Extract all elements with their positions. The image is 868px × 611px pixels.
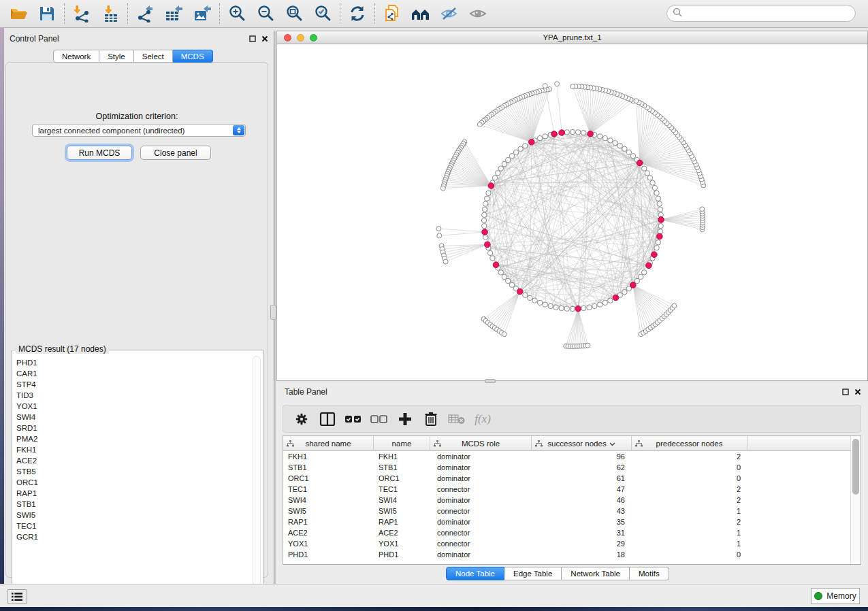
task-history-button[interactable] (7, 589, 27, 604)
mcds-result-item[interactable]: SRD1 (13, 423, 253, 433)
dominator-node[interactable] (575, 306, 581, 312)
column-header-predecessor-nodes[interactable]: predecessor nodes (632, 436, 748, 451)
table-row[interactable]: TEC1TEC1connector472 (283, 484, 851, 495)
close-table-panel-icon[interactable] (854, 388, 861, 397)
vertical-splitter-handle[interactable] (270, 305, 276, 320)
table-row[interactable]: SWI5SWI5connector431 (283, 506, 851, 516)
dominator-node[interactable] (613, 295, 619, 301)
mcds-result-item[interactable]: CAR1 (13, 368, 253, 379)
float-panel-icon[interactable] (249, 35, 256, 44)
tab-node-table[interactable]: Node Table (446, 567, 504, 580)
tab-mcds[interactable]: MCDS (173, 50, 213, 63)
table-row[interactable]: FKH1FKH1dominator962 (283, 451, 851, 462)
tab-network-table[interactable]: Network Table (562, 567, 630, 580)
dominator-node[interactable] (630, 282, 637, 288)
mcds-result-item[interactable]: GCR1 (13, 531, 253, 542)
refresh-view-icon[interactable] (343, 2, 372, 25)
dominator-node[interactable] (529, 139, 535, 146)
zoom-in-icon[interactable] (223, 2, 251, 25)
dominator-node[interactable] (482, 229, 488, 235)
mcds-result-item[interactable]: TEC1 (13, 521, 253, 531)
table-row[interactable]: ACE2ACE2connector311 (283, 527, 851, 538)
close-panel-button[interactable]: Close panel (140, 146, 211, 160)
mcds-result-item[interactable]: STB5 (13, 466, 253, 477)
table-row[interactable]: PHD1PHD1dominator180 (283, 549, 851, 560)
open-session-icon[interactable] (4, 2, 33, 25)
close-panel-icon[interactable] (261, 35, 268, 44)
export-network-icon[interactable] (131, 2, 159, 25)
first-neighbors-icon[interactable] (406, 2, 435, 25)
dominator-node[interactable] (493, 262, 499, 268)
settings-gear-icon[interactable] (290, 408, 313, 430)
dominator-node[interactable] (637, 160, 643, 166)
table-row[interactable]: RAP1RAP1dominator352 (283, 516, 851, 527)
select-all-icon[interactable] (342, 408, 365, 430)
mcds-result-item[interactable]: STP4 (13, 379, 253, 390)
deselect-all-icon[interactable] (368, 408, 391, 430)
mcds-result-item[interactable]: STB1 (13, 499, 253, 510)
network-titlebar[interactable]: YPA_prune.txt_1 (277, 31, 867, 44)
table-row[interactable]: STB1STB1dominator620 (283, 462, 851, 473)
tab-motifs[interactable]: Motifs (630, 567, 669, 580)
mcds-result-item[interactable]: TID3 (13, 390, 253, 401)
mcds-result-item[interactable]: PMA2 (13, 433, 253, 444)
delete-table-icon[interactable] (445, 408, 468, 430)
dominator-node[interactable] (646, 263, 652, 269)
mcds-result-item[interactable]: FKH1 (13, 444, 253, 455)
run-mcds-button[interactable]: Run MCDS (67, 146, 132, 160)
add-row-icon[interactable] (393, 408, 417, 430)
criterion-value: largest connected component (undirected) (38, 127, 184, 135)
tab-network[interactable]: Network (53, 50, 99, 63)
tab-edge-table[interactable]: Edge Table (504, 567, 562, 580)
export-table-icon[interactable] (159, 2, 188, 25)
mcds-result-item[interactable]: SWI4 (13, 412, 253, 423)
dominator-node[interactable] (517, 288, 523, 295)
dominator-node[interactable] (657, 233, 663, 240)
search-input[interactable] (683, 7, 855, 20)
dominator-node[interactable] (559, 130, 565, 136)
dominator-node[interactable] (485, 242, 491, 248)
show-columns-icon[interactable] (316, 408, 339, 430)
function-builder-icon[interactable]: f(x) (471, 408, 494, 430)
save-session-icon[interactable] (33, 2, 61, 25)
mcds-result-item[interactable]: RAP1 (13, 488, 253, 499)
column-header-shared-name[interactable]: shared name (283, 436, 374, 451)
dominator-node[interactable] (588, 131, 594, 137)
export-image-icon[interactable] (188, 2, 216, 25)
hide-selected-icon[interactable] (435, 2, 464, 25)
mcds-result-item[interactable]: ORC1 (13, 477, 253, 488)
zoom-out-icon[interactable] (251, 2, 280, 25)
dominator-node[interactable] (658, 217, 664, 223)
mcds-result-item[interactable]: PHD1 (13, 357, 253, 368)
tab-select[interactable]: Select (134, 50, 173, 63)
mcds-result-item[interactable]: YOX1 (13, 401, 253, 412)
zoom-selected-icon[interactable] (308, 2, 337, 25)
show-all-icon[interactable] (464, 2, 492, 25)
table-row[interactable]: ORC1ORC1dominator610 (283, 473, 851, 484)
mcds-result-item[interactable]: ACE2 (13, 455, 253, 466)
tab-style[interactable]: Style (99, 50, 134, 63)
zoom-fit-icon[interactable] (280, 2, 308, 25)
float-table-panel-icon[interactable] (842, 388, 849, 397)
delete-rows-icon[interactable] (419, 408, 443, 430)
import-table-icon[interactable] (96, 2, 125, 25)
mcds-list-scrollbar[interactable] (253, 356, 261, 597)
import-network-icon[interactable] (67, 2, 96, 25)
column-header-mcds-role[interactable]: MCDS role (430, 436, 532, 451)
table-row[interactable]: YOX1YOX1connector291 (283, 538, 851, 549)
column-header-name[interactable]: name (374, 436, 430, 451)
copy-network-icon[interactable] (378, 2, 406, 25)
column-header-successor-nodes[interactable]: successor nodes (532, 436, 632, 451)
network-canvas[interactable] (277, 44, 867, 380)
network-title: YPA_prune.txt_1 (277, 33, 867, 42)
memory-button[interactable]: Memory (811, 588, 860, 604)
mcds-result-item[interactable]: SWI5 (13, 510, 253, 521)
dominator-node[interactable] (652, 252, 658, 258)
table-cell: SWI5 (283, 506, 374, 516)
table-row[interactable]: SWI4SWI4dominator462 (283, 495, 851, 506)
dominator-node[interactable] (551, 131, 558, 137)
criterion-dropdown[interactable]: largest connected component (undirected) (32, 124, 246, 137)
table-scrollbar-thumb[interactable] (852, 439, 859, 495)
dominator-node[interactable] (488, 183, 494, 189)
table-scrollbar[interactable] (850, 436, 861, 564)
